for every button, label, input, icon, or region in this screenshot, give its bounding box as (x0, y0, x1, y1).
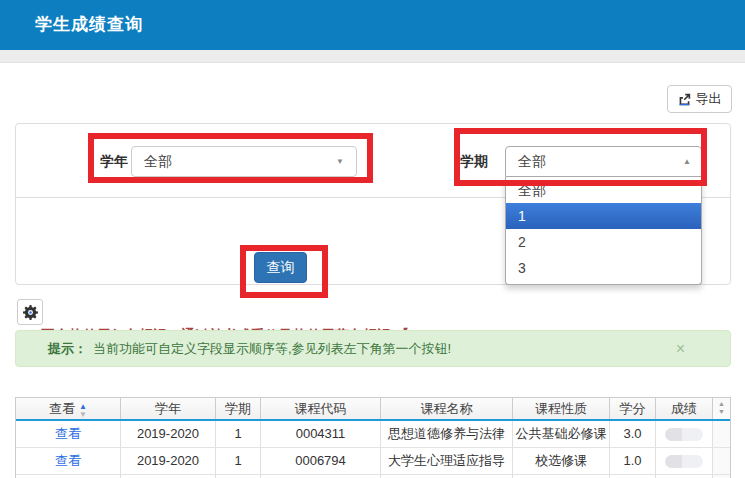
settings-button[interactable] (17, 299, 43, 325)
view-link[interactable]: 查看 (55, 426, 81, 441)
chevron-down-icon: ▼ (336, 147, 344, 176)
tip-bar: 提示：当前功能可自定义字段显示顺序等,参见列表左下角第一个按钮! × (15, 330, 731, 367)
semester-filter-label: 学期 (460, 153, 488, 171)
redacted-score (665, 455, 703, 468)
cell-code: 0006794 (261, 448, 381, 474)
semester-option-1[interactable]: 1 (506, 203, 701, 229)
close-icon[interactable]: × (676, 331, 685, 366)
col-header-credit[interactable]: 学分 (610, 398, 656, 419)
semester-option-2[interactable]: 2 (506, 229, 701, 255)
export-button[interactable]: 导出 (667, 85, 732, 113)
table-row: 查看 2019-2020 1 0004311 思想道德修养与法律 公共基础必修课… (16, 421, 730, 448)
cell-credit: 1.0 (610, 448, 656, 474)
cell-code: 0004311 (261, 421, 381, 447)
page: 学生成绩查询 导出 不合格的用红色标识，通过补考或重修及格的用蓝色标识 【202… (0, 0, 745, 478)
year-select-value: 全部 (144, 153, 172, 169)
app-header: 学生成绩查询 (0, 0, 745, 50)
scrollbar-arrows-icon: ▲▼ (713, 400, 730, 416)
cell-term: 1 (216, 448, 261, 474)
cell-credit: 3.0 (610, 421, 656, 447)
semester-select-value: 全部 (518, 153, 546, 169)
cell-nature: 公共基础必修课 (513, 421, 610, 447)
col-header-name[interactable]: 课程名称 (381, 398, 513, 419)
table-header-row: 查看▲▼ 学年 学期 课程代码 课程名称 课程性质 学分 成绩 ▲▼ (16, 398, 730, 421)
view-link[interactable]: 查看 (55, 453, 81, 468)
year-select[interactable]: 全部 ▼ (131, 146, 357, 177)
semester-dropdown-list: 全部 1 2 3 (505, 177, 702, 285)
chevron-up-icon: ▲ (683, 147, 691, 176)
cell-name: 思想道德修养与法律 (381, 421, 513, 447)
header-divider (0, 50, 745, 63)
table-row: 查看 2019-2020 1 0006794 大学生心理适应指导 校选修课 1.… (16, 448, 730, 475)
tip-prefix: 提示： (48, 341, 87, 356)
grades-table: 查看▲▼ 学年 学期 课程代码 课程名称 课程性质 学分 成绩 ▲▼ 查看 20… (15, 397, 731, 478)
col-header-score[interactable]: 成绩 (656, 398, 713, 419)
col-header-nature[interactable]: 课程性质 (513, 398, 610, 419)
tip-text: 当前功能可自定义字段显示顺序等,参见列表左下角第一个按钮! (93, 341, 451, 356)
col-header-code[interactable]: 课程代码 (261, 398, 381, 419)
cell-year: 2019-2020 (121, 448, 216, 474)
col-header-view[interactable]: 查看▲▼ (16, 398, 121, 419)
redacted-score (665, 428, 703, 441)
sort-icon[interactable]: ▲▼ (79, 402, 87, 418)
semester-select[interactable]: 全部 ▲ (505, 146, 702, 177)
page-title: 学生成绩查询 (35, 0, 143, 50)
cell-year: 2019-2020 (121, 421, 216, 447)
query-button[interactable]: 查询 (254, 252, 307, 283)
table-scrollbar[interactable]: ▲▼ (713, 398, 730, 419)
cell-nature: 校选修课 (513, 448, 610, 474)
gear-icon (23, 305, 38, 320)
year-filter-label: 学年 (100, 153, 128, 171)
cell-name: 大学生心理适应指导 (381, 448, 513, 474)
col-header-year[interactable]: 学年 (121, 398, 216, 419)
semester-option-all[interactable]: 全部 (506, 177, 701, 203)
col-header-term[interactable]: 学期 (216, 398, 261, 419)
cell-term: 1 (216, 421, 261, 447)
export-icon (678, 93, 691, 106)
semester-option-3[interactable]: 3 (506, 255, 701, 281)
export-button-label: 导出 (696, 90, 722, 108)
